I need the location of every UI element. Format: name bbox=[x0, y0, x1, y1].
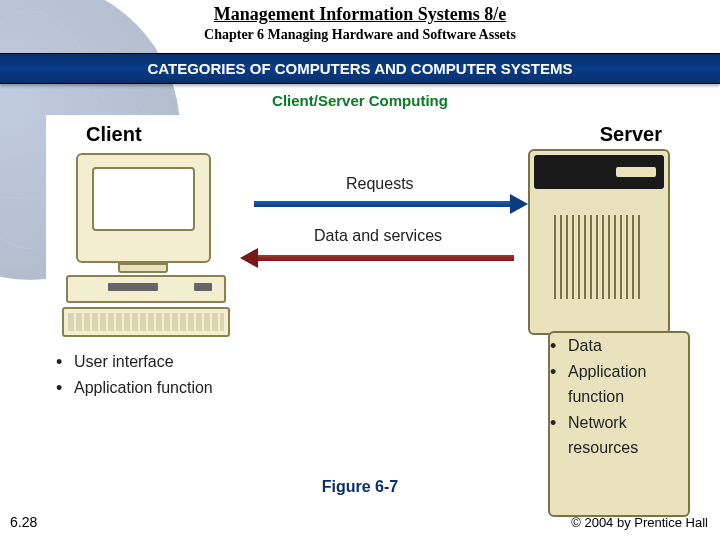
slide-number: 6.28 bbox=[10, 514, 37, 530]
client-monitor-icon bbox=[76, 153, 211, 263]
list-item: Data bbox=[550, 333, 688, 359]
server-heading: Server bbox=[600, 123, 662, 146]
requests-arrow-icon bbox=[254, 201, 514, 207]
section-ribbon: CATEGORIES OF COMPUTERS AND COMPUTER SYS… bbox=[0, 53, 720, 84]
server-tower-icon bbox=[528, 149, 670, 335]
copyright-notice: © 2004 by Prentice Hall bbox=[571, 515, 708, 530]
slide-subheading: Client/Server Computing bbox=[0, 92, 720, 109]
client-heading: Client bbox=[86, 123, 142, 146]
chapter-title: Chapter 6 Managing Hardware and Software… bbox=[0, 27, 720, 43]
list-item: Application function bbox=[56, 375, 213, 401]
list-item: Network resources bbox=[550, 410, 688, 461]
server-drivebay-icon bbox=[534, 155, 664, 189]
list-item: Application function bbox=[550, 359, 688, 410]
client-cpu-icon bbox=[66, 275, 226, 303]
slide-header: Management Information Systems 8/e Chapt… bbox=[0, 0, 720, 43]
figure-caption: Figure 6-7 bbox=[0, 478, 720, 496]
data-arrow-icon bbox=[254, 255, 514, 261]
list-item: User interface bbox=[56, 349, 213, 375]
client-server-diagram: Client Server Requests Data and services… bbox=[46, 115, 694, 425]
book-title: Management Information Systems 8/e bbox=[0, 4, 720, 25]
data-arrow-label: Data and services bbox=[314, 227, 442, 245]
server-vents-icon bbox=[554, 215, 644, 299]
client-monitor-base-icon bbox=[118, 263, 168, 273]
client-bullet-list: User interface Application function bbox=[56, 349, 213, 400]
requests-arrow-label: Requests bbox=[346, 175, 414, 193]
client-keyboard-icon bbox=[62, 307, 230, 337]
